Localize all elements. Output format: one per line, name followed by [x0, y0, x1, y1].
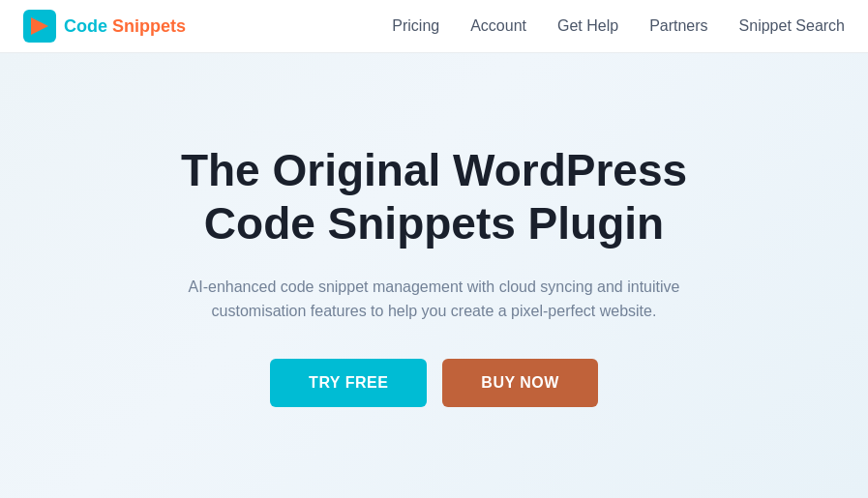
logo[interactable]: Code Snippets	[23, 10, 186, 43]
logo-icon	[23, 10, 56, 43]
cta-buttons: TRY FREE BUY NOW	[270, 359, 598, 407]
nav-partners[interactable]: Partners	[649, 17, 707, 35]
hero-section: The Original WordPress Code Snippets Plu…	[0, 53, 868, 498]
buy-now-button[interactable]: BUY NOW	[442, 359, 598, 407]
nav-account[interactable]: Account	[470, 17, 526, 35]
logo-text: Code Snippets	[64, 16, 186, 37]
site-header: Code Snippets Pricing Account Get Help P…	[0, 0, 868, 53]
nav-pricing[interactable]: Pricing	[392, 17, 439, 35]
main-nav: Pricing Account Get Help Partners Snippe…	[392, 17, 845, 35]
try-free-button[interactable]: TRY FREE	[270, 359, 427, 407]
nav-get-help[interactable]: Get Help	[557, 17, 618, 35]
hero-subtitle: AI-enhanced code snippet management with…	[183, 275, 686, 324]
nav-snippet-search[interactable]: Snippet Search	[739, 17, 845, 35]
hero-title: The Original WordPress Code Snippets Plu…	[181, 144, 687, 250]
